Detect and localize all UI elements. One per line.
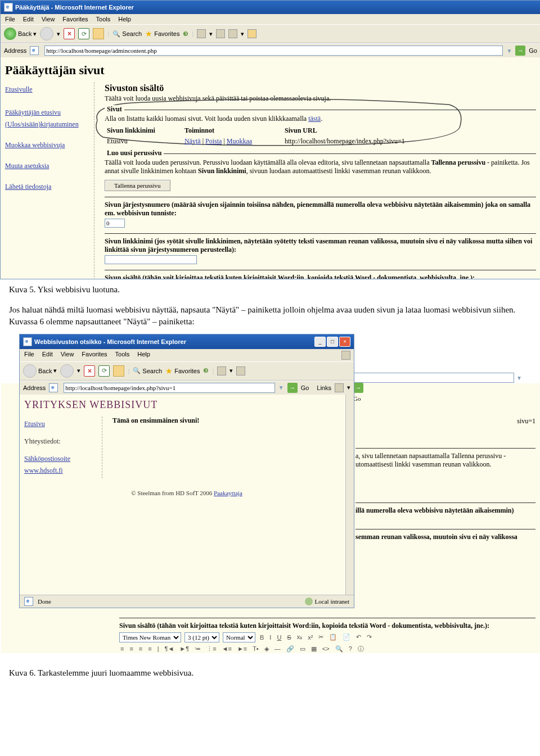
- overflow-addressbar: ▼ → Go: [353, 372, 539, 383]
- screenshot-2-area: ▼ → Go sivu=1 a, sivu tallennetaan napsa…: [0, 334, 540, 657]
- sidebar-home[interactable]: Etusivulle: [5, 85, 89, 94]
- refresh-button[interactable]: ⟳: [98, 365, 110, 377]
- p2-email[interactable]: Sähköpostiosoite: [24, 455, 97, 463]
- home-button[interactable]: [113, 365, 124, 377]
- address-label: Address: [4, 47, 26, 54]
- status-done: Done: [38, 598, 51, 605]
- menu-bar-2: File Edit View Favorites Tools Help: [20, 349, 354, 361]
- create-legend: Luo uusi perussivu: [105, 149, 164, 157]
- sidebar-admin[interactable]: Pääkäyttäjän etusivu: [5, 108, 89, 117]
- window-title: Pääkäyttäjä - Microsoft Internet Explore…: [15, 4, 134, 11]
- menu-edit[interactable]: Edit: [23, 16, 34, 22]
- create-section: Luo uusi perussivu Täällä voit luoda uud…: [105, 153, 536, 279]
- toolbar-2: Back ▾ ▾ × ⟳ | 🔍Search ★Favorites ❸ | ▾: [20, 361, 354, 381]
- forward-button[interactable]: [60, 364, 74, 378]
- table-row: Etusivu Näytä | Poista | Muokkaa http://…: [105, 136, 536, 147]
- minimize-button[interactable]: _: [314, 337, 326, 347]
- delete-link[interactable]: Poista: [205, 137, 222, 145]
- intranet-icon: [305, 597, 313, 605]
- menu-view[interactable]: View: [42, 16, 55, 22]
- figure-caption-1: Kuva 5. Yksi webbisivu luotuna.: [0, 279, 540, 300]
- screenshot-2: Webbisivuston otsikko - Microsoft Intern…: [19, 334, 354, 608]
- go-button-2[interactable]: →: [287, 383, 298, 393]
- stop-button[interactable]: ×: [64, 28, 75, 39]
- order-input[interactable]: [105, 219, 125, 228]
- page2-body: Tämä on ensimmäinen sivuni!: [108, 417, 349, 478]
- print-icon[interactable]: [216, 29, 225, 38]
- windows-flag-icon: [341, 351, 350, 360]
- go-button[interactable]: →: [515, 46, 525, 56]
- sidebar-upload[interactable]: Lähetä tiedostoja: [5, 183, 89, 191]
- edit-link[interactable]: Muokkaa: [227, 137, 252, 145]
- search-button[interactable]: 🔍Search: [112, 30, 142, 38]
- back-button[interactable]: Back ▾: [23, 364, 57, 378]
- toolbar: Back ▾ ▾ × ⟳ | 🔍Search ★Favorites ❸ | ▾ …: [1, 24, 540, 43]
- edit-icon[interactable]: [228, 29, 237, 38]
- page-content: Pääkäyttäjän sivut Etusivulle Pääkäyttäj…: [1, 57, 540, 279]
- window-title-2: Webbisivuston otsikko - Microsoft Intern…: [34, 338, 186, 345]
- page2-content: YRITYKSEN WEBBISIVUT Etusivu Yhteystiedo…: [20, 395, 354, 595]
- menu-help[interactable]: Help: [118, 16, 131, 22]
- page-icon: [24, 597, 33, 606]
- links-icon[interactable]: [335, 383, 344, 392]
- address-input-2[interactable]: [64, 383, 274, 393]
- admin-link[interactable]: Paakayttaja: [214, 490, 242, 496]
- address-input[interactable]: [44, 46, 503, 56]
- page2-title: YRITYKSEN WEBBISIVUT: [24, 399, 349, 411]
- main: Sivuston sisältö Täältä voit luoda uusia…: [100, 82, 536, 279]
- links-label[interactable]: Links: [317, 384, 331, 391]
- first-page-text: Tämä on ensimmäinen sivuni!: [112, 417, 349, 425]
- menu-file[interactable]: File: [5, 16, 15, 22]
- linkname-input[interactable]: [105, 255, 197, 264]
- p2-home[interactable]: Etusivu: [24, 420, 97, 428]
- status-bar: Done Local intranet: [20, 595, 354, 608]
- refresh-button[interactable]: ⟳: [78, 28, 89, 39]
- page-icon: [30, 46, 39, 55]
- history-icon[interactable]: ❸: [183, 30, 188, 38]
- maximize-button[interactable]: □: [327, 337, 338, 347]
- stop-button[interactable]: ×: [84, 365, 95, 377]
- back-button[interactable]: Back ▾: [4, 28, 37, 40]
- address-bar: Address ▼ → Go: [1, 43, 540, 57]
- page2-footer: © Steelman from HD SofT 2006 Paakayttaja: [24, 478, 349, 500]
- close-button[interactable]: ×: [339, 337, 350, 347]
- go-button-behind[interactable]: →: [353, 383, 363, 393]
- sidebar: Etusivulle Pääkäyttäjän etusivu (Ulos/si…: [5, 82, 94, 279]
- document-paragraph: Jos haluat nähdä miltä luomasi webbisivu…: [0, 300, 540, 332]
- forward-button[interactable]: [40, 27, 53, 40]
- favorites-button[interactable]: ★Favorites: [145, 29, 179, 38]
- screenshot-1: Pääkäyttäjä - Microsoft Internet Explore…: [0, 0, 540, 279]
- p2-contact: Yhteystiedot:: [24, 437, 97, 446]
- mail-icon[interactable]: [197, 29, 206, 38]
- sidebar-edit[interactable]: Muokkaa webbisivuja: [5, 141, 89, 150]
- ie-icon: [23, 337, 32, 346]
- menu-bar: File Edit View Favorites Tools Help: [1, 14, 540, 24]
- page2-sidebar: Etusivu Yhteystiedot: Sähköpostiosoite w…: [24, 417, 102, 478]
- scrollbar[interactable]: [345, 395, 354, 595]
- sidebar-settings[interactable]: Muuta asetuksia: [5, 162, 89, 170]
- table-header: Sivun linkkinimi Toiminnot Sivun URL: [105, 125, 536, 136]
- menu-tools[interactable]: Tools: [96, 16, 111, 22]
- order-label: Sivun järjestysnumero (määrää sivujen si…: [105, 201, 536, 218]
- create-here-link[interactable]: tästä: [308, 115, 321, 123]
- content-label: Sivun sisältö (tähän voit kirjoittaa tek…: [105, 274, 536, 279]
- sivut-section: Sivut Alla on listattu kaikki luomasi si…: [105, 110, 536, 147]
- p2-www[interactable]: www.hdsoft.fi: [24, 467, 97, 475]
- linkname-label: Sivun linkkinimi (jos syötät sivulle lin…: [105, 237, 536, 254]
- save-page-button[interactable]: Tallenna perussivu: [105, 180, 170, 191]
- sidebar-logout[interactable]: (Ulos/sisään)kirjautuminen: [5, 120, 89, 129]
- status-zone: Local intranet: [315, 598, 349, 605]
- content-heading: Sivuston sisältö: [105, 83, 536, 93]
- discuss-icon[interactable]: [248, 29, 256, 38]
- ie-icon: [4, 3, 13, 12]
- intro-text: Täältä voit luoda uusia webbisivuja sekä…: [105, 94, 536, 103]
- home-button[interactable]: [93, 28, 104, 39]
- window-titlebar-2: Webbisivuston otsikko - Microsoft Intern…: [20, 334, 354, 349]
- menu-favorites[interactable]: Favorites: [62, 16, 88, 22]
- sivut-legend: Sivut: [105, 105, 124, 114]
- page-title: Pääkäyttäjän sivut: [5, 63, 536, 78]
- go-label: Go: [529, 47, 537, 54]
- view-link[interactable]: Näytä: [184, 137, 201, 145]
- figure-caption-2: Kuva 6. Tarkastelemme juuri luomaamme we…: [0, 663, 540, 683]
- window-titlebar: Pääkäyttäjä - Microsoft Internet Explore…: [1, 1, 540, 14]
